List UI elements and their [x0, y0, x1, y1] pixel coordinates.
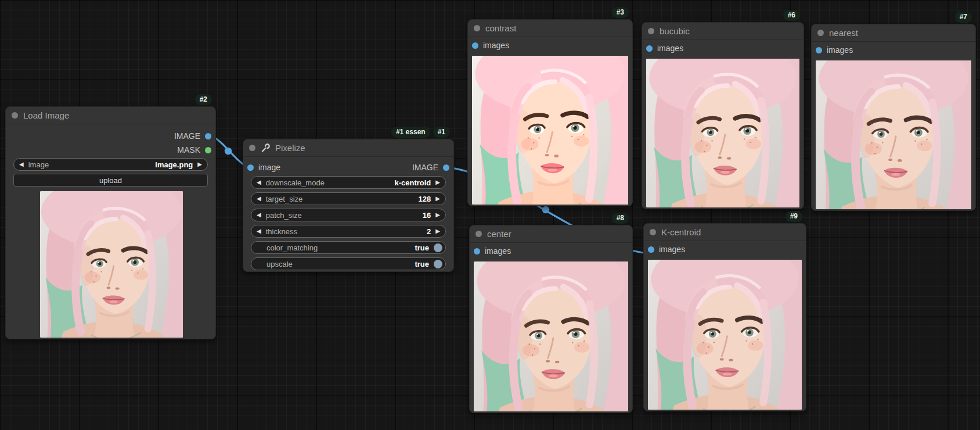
node-bucubic[interactable]: #6 bucubic images — [642, 22, 804, 209]
widget-color-matching[interactable]: color_matching true — [251, 241, 446, 254]
wrench-icon — [261, 144, 270, 153]
output-label: IMAGE — [412, 163, 438, 172]
result-image-preview — [648, 260, 802, 410]
widget-downscale-mode[interactable]: ◀ downscale_mode k-centroid ▶ — [251, 176, 446, 189]
toggle-icon[interactable] — [434, 260, 442, 268]
input-dot-images[interactable] — [648, 246, 654, 253]
node-id-badge: #6 — [783, 10, 800, 21]
widget-target-size[interactable]: ◀ target_size 128 ▶ — [251, 192, 446, 205]
output-dot-image[interactable] — [443, 164, 449, 171]
node-title: Load Image — [23, 110, 69, 120]
node-id-badge: #8 — [612, 213, 629, 224]
input-label: images — [827, 45, 853, 55]
input-dot-image[interactable] — [247, 164, 254, 171]
widget-patch-size[interactable]: ◀ patch_size 16 ▶ — [251, 209, 446, 221]
node-title: contrast — [485, 23, 516, 33]
widget-value: 16 — [423, 211, 431, 220]
widget-label: color_matching — [266, 243, 415, 252]
input-label: images — [659, 245, 685, 254]
io-row: image IMAGE — [247, 162, 449, 173]
node-k-centroid[interactable]: #9 K-centroid images — [643, 223, 806, 411]
node-header[interactable]: Pixelize — [243, 139, 453, 157]
node-pack-badge: #1 essen — [391, 127, 430, 138]
image-combo-widget[interactable]: ◀ image image.png ▶ — [13, 158, 208, 171]
output-dot-image[interactable] — [205, 133, 211, 139]
link-midpoint-dot[interactable] — [542, 206, 549, 213]
node-title: bucubic — [660, 26, 690, 36]
result-image-preview — [472, 56, 628, 205]
widget-label: thickness — [266, 227, 427, 236]
link-midpoint-dot[interactable] — [225, 148, 232, 155]
widget-value: k-centroid — [394, 178, 431, 187]
collapse-dot-icon[interactable] — [474, 25, 480, 31]
decrement-arrow-icon[interactable]: ◀ — [257, 212, 261, 218]
node-id-badge: #1 — [433, 127, 450, 138]
input-slot-images: images — [472, 40, 628, 51]
node-load-image[interactable]: #2 Load Image IMAGE MASK ◀ image image.p… — [5, 106, 216, 339]
node-center[interactable]: #8 center images — [469, 225, 633, 413]
collapse-dot-icon[interactable] — [475, 231, 482, 237]
widget-thickness[interactable]: ◀ thickness 2 ▶ — [251, 225, 446, 238]
output-label: IMAGE — [174, 131, 200, 141]
input-slot-images: images — [474, 245, 628, 257]
widget-value: true — [415, 260, 429, 268]
loaded-image-preview — [40, 191, 183, 338]
combo-value: image.png — [155, 160, 193, 169]
node-nearest[interactable]: #7 nearest images — [811, 24, 976, 211]
toggle-icon[interactable] — [434, 243, 442, 252]
increment-arrow-icon[interactable]: ▶ — [435, 180, 440, 185]
collapse-dot-icon[interactable] — [648, 28, 654, 34]
node-header[interactable]: Load Image — [6, 107, 215, 124]
input-dot-images[interactable] — [474, 248, 480, 255]
node-header[interactable]: contrast — [468, 20, 632, 37]
widget-upscale[interactable]: upscale true — [251, 257, 446, 270]
increment-arrow-icon[interactable]: ▶ — [435, 196, 440, 202]
output-label: MASK — [177, 145, 200, 155]
increment-arrow-icon[interactable]: ▶ — [435, 212, 440, 218]
node-header[interactable]: nearest — [812, 24, 975, 42]
widget-label: target_size — [266, 195, 419, 203]
node-contrast[interactable]: #3 contrast images — [467, 19, 633, 206]
node-title: center — [487, 229, 511, 239]
input-dot-images[interactable] — [646, 45, 653, 52]
node-header[interactable]: center — [470, 225, 632, 243]
result-image-preview — [816, 60, 971, 209]
node-title: nearest — [829, 28, 858, 38]
output-dot-mask[interactable] — [205, 147, 211, 153]
node-pixelize[interactable]: #1 essen #1 Pixelize image IMAGE ◀ downs… — [243, 139, 454, 272]
node-header[interactable]: K-centroid — [644, 224, 806, 241]
widget-value: 128 — [419, 195, 431, 203]
combo-label: image — [28, 160, 156, 169]
widget-label: patch_size — [266, 211, 423, 220]
input-dot-images[interactable] — [472, 42, 478, 49]
widget-label: downscale_mode — [266, 178, 395, 187]
input-label: images — [485, 246, 511, 256]
input-dot-images[interactable] — [816, 47, 822, 53]
collapse-dot-icon[interactable] — [12, 112, 18, 119]
combo-next-arrow-icon[interactable]: ▶ — [197, 162, 202, 167]
upload-button[interactable]: upload — [13, 174, 208, 187]
widget-value: 2 — [427, 227, 431, 236]
combo-prev-arrow-icon[interactable]: ◀ — [19, 162, 24, 167]
collapse-dot-icon[interactable] — [817, 30, 824, 36]
decrement-arrow-icon[interactable]: ◀ — [257, 180, 261, 185]
node-header[interactable]: bucubic — [642, 23, 804, 40]
node-title: Pixelize — [275, 143, 305, 153]
input-slot-images: images — [646, 42, 799, 54]
input-label: image — [258, 163, 280, 172]
node-title: K-centroid — [661, 227, 701, 237]
decrement-arrow-icon[interactable]: ◀ — [257, 196, 261, 202]
input-slot-images: images — [648, 243, 802, 255]
result-image-preview — [474, 261, 628, 411]
node-id-badge: #7 — [955, 12, 972, 23]
collapse-dot-icon[interactable] — [249, 145, 255, 151]
node-graph-canvas[interactable]: #2 Load Image IMAGE MASK ◀ image image.p… — [0, 0, 980, 430]
result-image-preview — [646, 59, 799, 207]
input-label: images — [657, 44, 683, 53]
decrement-arrow-icon[interactable]: ◀ — [257, 228, 261, 234]
node-id-badge: #2 — [195, 94, 212, 105]
collapse-dot-icon[interactable] — [650, 229, 656, 235]
widget-value: true — [415, 243, 429, 252]
node-id-badge: #9 — [786, 211, 802, 222]
increment-arrow-icon[interactable]: ▶ — [435, 228, 440, 234]
